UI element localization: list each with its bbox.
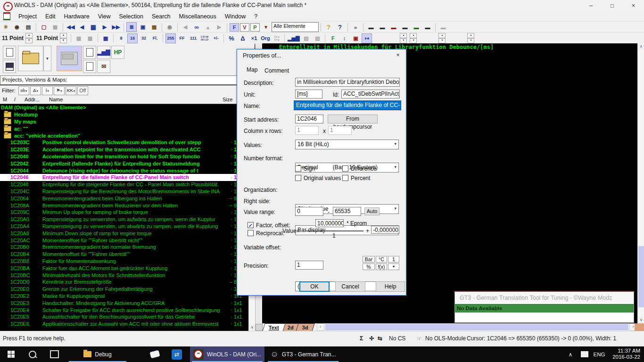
column-mode-icon[interactable]: ▦ [74, 33, 84, 43]
offset-input[interactable]: -0,000000 [371, 226, 399, 234]
close-button[interactable]: × [623, 0, 644, 11]
task-view-button[interactable] [43, 346, 65, 362]
map-row[interactable]: 1C20E2Maske für Kupplungssignal·1x1 [0, 293, 249, 300]
clock[interactable]: 11:37 AM 2016-03-22 [612, 348, 640, 360]
map-row[interactable]: 1C20D0Kennlinie zur Bremsstellgröße–8x1 [0, 279, 249, 286]
factor-input[interactable]: 10,000000 [315, 219, 344, 227]
folder-row[interactable]: Hexdump [0, 111, 249, 118]
open-project-dropdown[interactable]: ▼ [43, 46, 51, 71]
display-decimal-button[interactable]: 255 [165, 33, 176, 43]
splitter-grip[interactable] [256, 324, 263, 331]
system-menu-icon[interactable] [3, 12, 10, 20]
difference-checkbox[interactable] [342, 165, 348, 172]
map-row[interactable]: 1C2042Entprellzeit (fallende Flanke) für… [0, 160, 249, 167]
map-row[interactable]: 1C20A8Minimum Down slope of ramp for eng… [0, 230, 249, 237]
search-back-icon[interactable]: ◀ [180, 22, 190, 32]
column-width-icon[interactable]: ↦ [362, 33, 372, 43]
map-row[interactable]: 1C2040Acceleration limit for the transit… [0, 153, 249, 160]
bits-16-button[interactable]: 16 [127, 33, 138, 43]
map-grid-icon[interactable]: ▦ [88, 22, 99, 32]
scrollbar-thumb[interactable] [638, 246, 644, 307]
search-button[interactable] [22, 346, 43, 362]
bits-8-button[interactable]: 8 [116, 33, 126, 43]
offset-spinner-d[interactable]: ▴▾ [467, 33, 474, 43]
filter-versions-icon[interactable]: V [240, 23, 249, 32]
unit-percent-button[interactable]: % [363, 263, 375, 270]
menu-project[interactable]: Project [14, 12, 41, 21]
map-row[interactable]: 1C20E4Schalter für Freigabe für ACC durc… [0, 306, 249, 313]
byte-order-button[interactable]: LO HIHI LO [199, 33, 210, 43]
map-row[interactable]: 1C20ACMomentenoffset für ""Fahrer übertr… [0, 237, 249, 244]
map-row[interactable]: 1C20BAFaktor fuer das ACC-Moment bei ged… [0, 264, 249, 272]
search-fwd-icon[interactable]: ▶ [214, 22, 224, 32]
language-indicator[interactable]: ENG [591, 346, 607, 362]
chip-download-icon[interactable]: ▬ [411, 22, 421, 32]
reciprocal-checkbox[interactable] [248, 230, 254, 236]
value-range-max-input[interactable]: 65535 [333, 207, 361, 216]
columns-input[interactable]: 1 [295, 126, 319, 135]
bits-float-button[interactable]: Fl. [150, 33, 160, 43]
chip-upload-icon[interactable]: ▬ [388, 22, 399, 32]
column-m[interactable]: M [3, 97, 7, 102]
maximize-button[interactable]: □ [602, 0, 623, 11]
save-project-button[interactable] [3, 60, 16, 73]
help-icon[interactable]: ? [323, 22, 334, 32]
gt3-window[interactable]: GT3 - German Translation Tool for Tuning… [454, 291, 634, 323]
unit-celsius-button[interactable]: °C [376, 256, 387, 263]
selection-window-icon[interactable]: ▣ [350, 33, 361, 43]
minimize-button[interactable]: – [580, 0, 602, 11]
import-wizard-button[interactable]: ▂▅▇ [97, 46, 110, 59]
map-row[interactable]: 1C2064Bremsmomentengradient beim Übergan… [0, 195, 249, 202]
original-values-checkbox[interactable] [295, 175, 301, 181]
project-root-row[interactable]: DAM (Original) as <Alle Elemente> [0, 104, 249, 111]
filter-off-button[interactable]: Off [77, 86, 88, 95]
menu-hardware[interactable]: Hardware [59, 12, 93, 21]
module-hand-icon[interactable]: » [350, 22, 361, 32]
import-file-button[interactable] [83, 46, 96, 59]
map-wizard2-icon[interactable]: ▨ [312, 33, 322, 43]
column-mode2-icon[interactable]: ▦ [85, 33, 95, 43]
ink-icon[interactable]: ◉ [12, 22, 22, 32]
cancel-button[interactable]: Cancel [335, 281, 365, 292]
hexdump-scrollbar[interactable]: ∧ ∨ [637, 43, 644, 323]
tile-windows-icon[interactable]: ▦ [50, 22, 60, 32]
search-top-icon[interactable]: ▲ [203, 22, 213, 32]
taskbar-item-winols[interactable]: ∞ WinOLS - DAM (Ori... [190, 346, 264, 362]
map-row[interactable]: 1C20BCMinimaldrehzahl des Motors für Sch… [0, 272, 249, 279]
column-size[interactable]: Size [223, 97, 232, 102]
element-filter-combo[interactable]: Alle Elemente [272, 22, 319, 32]
tab-comment[interactable]: Comment [264, 67, 289, 74]
filter-delta-button[interactable]: Δ▾ [30, 86, 41, 95]
map-row[interactable]: 1C208ABremsmomentengradient beim Reduzie… [0, 202, 249, 209]
unit-fx-button[interactable]: f(x) [376, 263, 387, 270]
map-row[interactable]: 1C20B8Faktor für Momentenabsenkung·1x1 [0, 258, 249, 265]
notification-button[interactable] [578, 346, 591, 362]
map-properties-icon[interactable]: ✳ [0, 22, 11, 32]
difference-display-icon[interactable]: Δ [238, 33, 248, 43]
start-address-input[interactable]: 1C2046 [295, 115, 323, 123]
tab-text[interactable]: Text [262, 323, 285, 331]
description-input[interactable]: in Millisekunden für Libraryfunktion Deb… [295, 78, 400, 87]
taskbar-item-gt3[interactable]: ☺ GT3 - German Tran... [266, 346, 340, 362]
original-both-icon[interactable]: OrgOrg [272, 33, 282, 43]
map-wizard-icon[interactable]: ▨ [301, 33, 311, 43]
map-row[interactable]: 1C20E5Auswahlschalter für den Beschleuni… [0, 313, 249, 321]
menu-edit[interactable]: Edit [41, 12, 60, 21]
statistics-icon[interactable]: ▂▅▇ [287, 33, 300, 43]
map-row[interactable]: 1C20B4Momentenoffset für ""Fahrer übertr… [0, 251, 249, 258]
chip-verify-icon[interactable]: ▬ [400, 22, 410, 32]
map-row[interactable]: 1C2048Entprellung für die steigende Flan… [0, 181, 249, 188]
hp-search-button[interactable]: HP [111, 46, 124, 59]
hscroll-left-icon[interactable]: ‹ [317, 323, 324, 331]
factor-x1-icon[interactable]: ×1 [249, 33, 259, 43]
sign-toggle-button[interactable]: +/- [211, 33, 221, 43]
row-height-icon[interactable]: ↕ [339, 33, 349, 43]
scroll-up-icon[interactable]: ∧ [638, 43, 644, 50]
factor-offset-checkbox[interactable]: ✓ [248, 222, 254, 228]
offset-spinner-b[interactable]: ▴▾ [410, 33, 417, 43]
byte-matrix-icon[interactable]: ▩ [100, 33, 111, 43]
precision-input[interactable]: 1 [295, 261, 323, 270]
percent-checkbox[interactable] [342, 175, 348, 181]
menu-miscellaneous[interactable]: Miscellaneous [175, 12, 221, 21]
map-row[interactable]: 1C20B0Bremsmomentengradient bei normaler… [0, 244, 249, 251]
